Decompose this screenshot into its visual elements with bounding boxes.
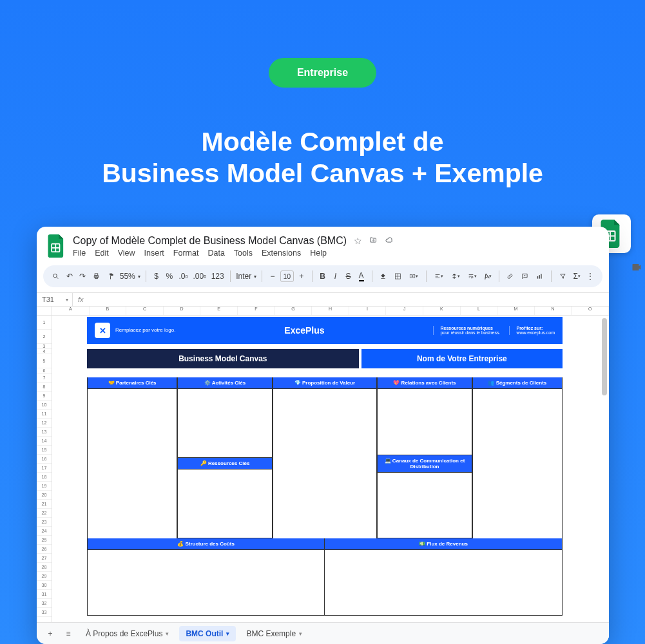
functions-icon[interactable]: Σ▾: [572, 270, 582, 283]
increase-font-icon[interactable]: +: [296, 270, 307, 283]
vertical-scrollbar[interactable]: [601, 316, 608, 640]
bold-button[interactable]: B: [318, 270, 328, 283]
undo-icon[interactable]: ↶: [64, 270, 75, 283]
more-formats-button[interactable]: 123: [210, 270, 226, 283]
brand-logo-placeholder-icon: ✕: [95, 323, 110, 338]
tab-bmc-exemple[interactable]: BMC Exemple▾: [240, 626, 309, 641]
print-icon[interactable]: [90, 270, 102, 283]
col-header[interactable]: N: [535, 307, 572, 315]
borders-icon[interactable]: [392, 270, 404, 283]
decrease-decimal-icon[interactable]: .00: [177, 270, 189, 283]
all-sheets-button[interactable]: ≡: [61, 629, 75, 638]
menu-view[interactable]: View: [118, 249, 135, 258]
percent-button[interactable]: %: [164, 270, 175, 283]
tab-about[interactable]: À Propos de ExcePlus▾: [79, 626, 175, 641]
font-size-input[interactable]: 10: [280, 270, 294, 282]
tagline-2-title: Profitez sur:: [516, 326, 555, 330]
bmc-resources-body[interactable]: [178, 469, 272, 538]
col-header[interactable]: O: [572, 307, 609, 315]
hero-title: Modèle Complet de Business Model Canvas …: [0, 126, 645, 189]
row-headers[interactable]: 1234567891011121314151617181920212223242…: [37, 316, 52, 641]
col-header[interactable]: I: [349, 307, 387, 315]
cloud-status-icon[interactable]: [384, 236, 394, 246]
bmc-revenue-header: 💵 Flux de Revenus: [325, 538, 562, 550]
col-header[interactable]: B: [90, 307, 127, 315]
bmc-segments-header: 👥 Ségments de Clients: [473, 377, 562, 389]
svg-point-6: [53, 274, 57, 277]
link-icon[interactable]: [504, 270, 516, 283]
currency-button[interactable]: $: [151, 270, 162, 283]
col-header[interactable]: G: [275, 307, 313, 315]
comment-icon[interactable]: [519, 270, 531, 283]
bmc-partners-body[interactable]: [88, 389, 177, 540]
col-header[interactable]: F: [238, 307, 275, 315]
strikethrough-button[interactable]: S: [343, 270, 354, 283]
svg-rect-11: [410, 274, 412, 278]
col-header[interactable]: A: [52, 307, 90, 315]
svg-rect-12: [413, 274, 415, 278]
search-menu-icon[interactable]: [50, 270, 62, 283]
menu-insert[interactable]: Insert: [144, 249, 164, 258]
menu-format[interactable]: Format: [173, 249, 199, 258]
bmc-relations-header: 💖 Relations avec Clients: [378, 377, 472, 389]
col-header[interactable]: J: [386, 307, 423, 315]
col-header[interactable]: H: [312, 307, 349, 315]
star-icon[interactable]: ☆: [354, 236, 362, 246]
bmc-partners-header: 🤝 Partenaires Clés: [88, 377, 177, 389]
fx-label: fx: [73, 296, 89, 303]
insert-chart-icon[interactable]: [534, 270, 546, 283]
menu-tools[interactable]: Tools: [234, 249, 253, 258]
menu-file[interactable]: File: [73, 249, 86, 258]
bmc-segments-body[interactable]: [473, 389, 562, 540]
name-box[interactable]: T31▾: [37, 293, 73, 306]
menu-data[interactable]: Data: [207, 249, 224, 258]
merge-cells-icon[interactable]: ▾: [407, 270, 421, 283]
spreadsheet-grid[interactable]: ✕ Remplacez par votre logo. ExcePlus Res…: [52, 316, 609, 641]
hero-title-line2: Business Model Canvas + Exemple: [0, 158, 645, 189]
google-sheets-logo-icon[interactable]: [46, 232, 68, 260]
redo-icon[interactable]: ↷: [77, 270, 88, 283]
text-rotation-icon[interactable]: A▾: [482, 270, 493, 283]
add-sheet-button[interactable]: +: [43, 629, 57, 638]
hero-title-line1: Modèle Complet de: [0, 126, 645, 158]
bmc-revenue-body[interactable]: [325, 550, 562, 616]
document-title[interactable]: Copy of Modèle Complet de Business Model…: [73, 235, 347, 246]
move-folder-icon[interactable]: [369, 236, 378, 246]
menu-help[interactable]: Help: [310, 249, 327, 258]
svg-rect-15: [541, 274, 541, 278]
tab-bmc-outil[interactable]: BMC Outil▾: [179, 626, 236, 641]
google-sheets-window: Copy of Modèle Complet de Business Model…: [37, 227, 609, 644]
decrease-font-icon[interactable]: −: [267, 270, 278, 283]
col-header[interactable]: E: [200, 307, 238, 315]
bmc-channels-body[interactable]: [378, 473, 472, 539]
zoom-dropdown[interactable]: 55%▾: [120, 272, 140, 281]
col-header[interactable]: C: [126, 307, 164, 315]
meet-camera-icon[interactable]: [631, 261, 645, 276]
vertical-align-icon[interactable]: ▾: [448, 270, 463, 283]
svg-rect-8: [95, 274, 98, 276]
col-header[interactable]: L: [461, 307, 498, 315]
font-family-dropdown[interactable]: Inter▾: [236, 272, 256, 281]
menu-edit[interactable]: Edit: [95, 249, 109, 258]
fill-color-icon[interactable]: [377, 270, 389, 283]
bmc-activities-body[interactable]: [178, 389, 272, 458]
menu-bar: File Edit View Insert Format Data Tools …: [73, 249, 600, 258]
italic-button[interactable]: I: [331, 270, 341, 283]
toolbar: ↶ ↷ 55%▾ $ % .00 .000 123 Inter▾ − 10 + …: [43, 265, 602, 287]
col-header[interactable]: M: [497, 307, 535, 315]
text-color-button[interactable]: A: [356, 269, 367, 283]
paint-format-icon[interactable]: [105, 270, 117, 283]
bmc-costs-body[interactable]: [88, 550, 324, 616]
horizontal-align-icon[interactable]: ▾: [432, 270, 446, 283]
col-header[interactable]: K: [423, 307, 461, 315]
toolbar-more-icon[interactable]: ⋮: [585, 270, 596, 283]
brand-name: ExcePlus: [175, 325, 433, 336]
text-wrap-icon[interactable]: ▾: [465, 270, 479, 283]
filter-icon[interactable]: [557, 270, 569, 283]
bmc-costs-header: 💰 Structure des Coûts: [88, 538, 324, 550]
increase-decimal-icon[interactable]: .000: [192, 270, 207, 283]
bmc-value-body[interactable]: [273, 389, 376, 540]
menu-extensions[interactable]: Extensions: [262, 249, 301, 258]
col-header[interactable]: D: [164, 307, 201, 315]
bmc-relations-body[interactable]: [378, 389, 472, 455]
